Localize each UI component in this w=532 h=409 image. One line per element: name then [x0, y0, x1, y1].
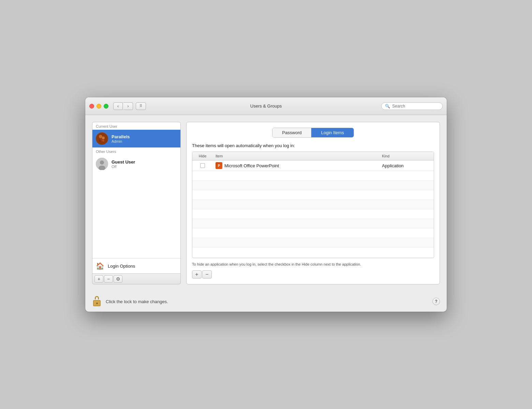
- add-user-button[interactable]: +: [94, 275, 103, 283]
- sidebar-item-parallels[interactable]: Parallels Admin: [92, 130, 180, 147]
- remove-item-button[interactable]: −: [202, 270, 212, 279]
- minus-icon: −: [107, 276, 110, 282]
- gear-button[interactable]: ⚙: [114, 275, 122, 283]
- empty-row-1: [192, 171, 434, 181]
- hide-checkbox[interactable]: [200, 163, 205, 168]
- help-icon: ?: [435, 299, 437, 304]
- main-window: ‹ › ⠿ Users & Groups 🔍 Current User: [85, 97, 447, 312]
- table-header: Hide Item Kind: [192, 152, 434, 160]
- house-icon: 🏠: [96, 262, 104, 270]
- lock-text: Click the lock to make changes.: [106, 299, 428, 304]
- lock-body: [93, 300, 101, 306]
- empty-row-3: [192, 190, 434, 200]
- guest-name: Guest User: [112, 159, 135, 165]
- search-icon: 🔍: [385, 104, 390, 109]
- sidebar-toolbar: + − ⚙: [92, 274, 181, 284]
- powerpoint-icon: P: [216, 162, 222, 169]
- forward-button[interactable]: ›: [123, 102, 133, 110]
- row-hide-cell: [192, 163, 213, 168]
- hint-text: To hide an application when you log in, …: [192, 262, 434, 267]
- gear-icon: ⚙: [116, 276, 120, 282]
- search-input[interactable]: [392, 104, 439, 109]
- row-item-cell: P Microsoft Office PowerPoint: [213, 162, 379, 169]
- parallels-avatar-icon: [96, 132, 108, 145]
- guest-avatar-icon: [96, 158, 108, 170]
- parallels-avatar: [96, 132, 108, 145]
- add-item-button[interactable]: +: [192, 270, 202, 279]
- zoom-button[interactable]: [104, 104, 108, 109]
- tab-group: Password Login Items: [272, 128, 354, 138]
- content-area: Current User Parallels: [85, 115, 447, 291]
- svg-point-7: [100, 160, 104, 165]
- empty-row-5: [192, 209, 434, 219]
- tab-password[interactable]: Password: [272, 128, 311, 137]
- grid-icon: ⠿: [139, 104, 142, 108]
- nav-buttons: ‹ ›: [113, 102, 133, 110]
- back-button[interactable]: ‹: [113, 102, 123, 110]
- add-icon: +: [98, 276, 100, 282]
- lock-button[interactable]: [92, 296, 102, 307]
- parallels-info: Parallels Admin: [112, 134, 130, 143]
- sidebar: Current User Parallels: [92, 122, 181, 284]
- svg-point-5: [99, 140, 101, 142]
- remove-item-icon: −: [205, 271, 208, 278]
- tab-bar: Password Login Items: [192, 128, 434, 138]
- svg-point-4: [102, 140, 104, 142]
- guest-info: Guest User Off: [112, 159, 135, 169]
- titlebar: ‹ › ⠿ Users & Groups 🔍: [85, 97, 447, 115]
- remove-user-button[interactable]: −: [104, 275, 113, 283]
- login-options-label: Login Options: [108, 264, 135, 269]
- add-item-icon: +: [195, 271, 198, 278]
- parallels-name: Parallels: [112, 134, 130, 139]
- guest-subtitle: Off: [112, 165, 135, 169]
- col-hide-header: Hide: [192, 153, 213, 159]
- lock-keyhole: [96, 302, 98, 304]
- items-toolbar: + −: [192, 270, 434, 279]
- parallels-subtitle: Admin: [112, 139, 130, 143]
- svg-point-0: [96, 132, 108, 145]
- current-user-label: Current User: [92, 122, 180, 130]
- login-items-description: These items will open automatically when…: [192, 143, 434, 148]
- grid-button[interactable]: ⠿: [136, 102, 146, 110]
- items-table: Hide Item Kind P Microsoft Office PowerP…: [192, 152, 434, 258]
- empty-row-8: [192, 238, 434, 248]
- tab-login-items-label: Login Items: [321, 130, 344, 135]
- row-kind-cell: Application: [379, 163, 434, 168]
- empty-row-6: [192, 219, 434, 228]
- lock-shackle: [95, 296, 99, 299]
- empty-rows: [192, 171, 434, 248]
- login-options-row[interactable]: 🏠 Login Options: [92, 258, 180, 273]
- table-row: P Microsoft Office PowerPoint Applicatio…: [192, 160, 434, 171]
- search-bar: 🔍: [381, 102, 443, 110]
- window-title: Users & Groups: [250, 103, 282, 109]
- col-item-header: Item: [213, 153, 379, 159]
- tab-login-items[interactable]: Login Items: [311, 128, 353, 137]
- close-button[interactable]: [89, 104, 94, 109]
- main-panel: Password Login Items These items will op…: [186, 122, 440, 284]
- other-users-label: Other Users: [92, 147, 180, 155]
- empty-row-4: [192, 200, 434, 209]
- empty-row-2: [192, 181, 434, 190]
- item-kind: Application: [382, 163, 404, 168]
- bottom-bar: Click the lock to make changes. ?: [85, 291, 447, 312]
- empty-row-7: [192, 228, 434, 238]
- svg-point-2: [102, 137, 105, 139]
- guest-avatar: [96, 158, 108, 170]
- item-name: Microsoft Office PowerPoint: [224, 163, 279, 168]
- tab-password-label: Password: [282, 130, 301, 135]
- help-button[interactable]: ?: [432, 298, 440, 305]
- sidebar-list: Current User Parallels: [92, 122, 181, 274]
- col-kind-header: Kind: [379, 153, 434, 159]
- traffic-lights: [89, 104, 108, 109]
- minimize-button[interactable]: [97, 104, 101, 109]
- svg-point-1: [99, 135, 102, 138]
- sidebar-item-guest[interactable]: Guest User Off: [92, 155, 180, 173]
